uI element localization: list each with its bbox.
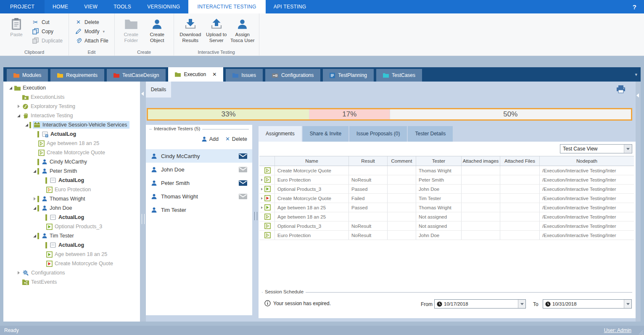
from-date-picker[interactable]: 10/17/2018 (434, 299, 526, 309)
collapse-left-icon[interactable] (141, 92, 144, 96)
close-icon[interactable]: ✕ (212, 71, 216, 77)
column-header-tester[interactable]: Tester (416, 156, 462, 166)
tab-tester-details[interactable]: Tester Details (408, 126, 453, 142)
tab-issues[interactable]: Issues (226, 69, 263, 82)
tree-item-create-motorcycle-quote[interactable]: Create Motorcycle Quote (3, 148, 140, 157)
table-row[interactable]: Euro ProtectionNoResultPeter Smith/Execu… (259, 175, 634, 185)
tree-item-actuallog[interactable]: ActualLog (3, 129, 140, 139)
modify-button[interactable]: Modify▾ (72, 27, 111, 35)
tab-assignments[interactable]: Assignments (259, 126, 302, 142)
tree-item-create-motorcycle-quote[interactable]: Create Motorcycle Quote (3, 259, 140, 268)
menu-tab-api-testing[interactable]: API TESTING (266, 0, 314, 13)
print-button[interactable] (616, 85, 626, 95)
resize-grip[interactable] (638, 330, 643, 335)
tree-item-tim-tester[interactable]: Tim Tester (3, 231, 140, 240)
table-row[interactable]: Create Motorcycle QuoteThomas Wright/Exe… (259, 166, 634, 175)
table-row[interactable]: Optional Products_3PassedJohn Doe/Execut… (259, 185, 634, 194)
tester-item-thomas-wright[interactable]: Thomas Wright (146, 190, 252, 203)
menu-tab-home[interactable]: HOME (45, 0, 76, 13)
upload-to-server-button[interactable]: Upload to Server (203, 16, 230, 49)
menu-tab-interactive-testing[interactable]: INTERACTIVE TESTING (188, 0, 266, 13)
download-results-button[interactable]: Download Results (177, 16, 203, 49)
view-selector-dropdown[interactable]: Test Case View (560, 144, 632, 153)
tree-item-euro-protection[interactable]: Euro Protection (3, 185, 140, 194)
tree-item-execution[interactable]: Execution (3, 83, 140, 92)
table-row[interactable]: Create Motorcycle QuoteFailedTim Tester/… (259, 194, 634, 203)
tree-item-age-between-18-an-25[interactable]: Age between 18 an 25 (3, 139, 140, 148)
copy-button[interactable]: Copy (29, 27, 65, 35)
tree-item-peter-smith[interactable]: Peter Smith (3, 166, 140, 176)
tree-item-exploratory-testing[interactable]: Exploratory Testing (3, 102, 140, 111)
create-object-button[interactable]: Create Object (144, 16, 170, 49)
tab-configurations[interactable]: Configurations (265, 69, 320, 82)
tree-item-cindy-mccarthy[interactable]: Cindy McCarthy (3, 157, 140, 166)
assign-tosca-user-button[interactable]: Assign Tosca User (230, 16, 256, 49)
tab-testcasedesign[interactable]: TestCaseDesign (107, 69, 166, 82)
tree-item-age-between-18-an-25[interactable]: Age between 18 an 25 (3, 250, 140, 259)
row-expander-icon[interactable] (259, 188, 264, 190)
delete-tester-button[interactable]: ✕ Delete (225, 136, 247, 142)
right-collapse-strip[interactable] (636, 82, 641, 322)
panel-splitter-grip[interactable] (254, 212, 257, 220)
expander-closed-icon[interactable] (16, 271, 21, 274)
column-header-name[interactable]: Name (275, 156, 349, 166)
expander-open-icon[interactable] (32, 207, 37, 210)
expander-open-icon[interactable] (32, 170, 37, 173)
tree-item-actuallog[interactable]: ActualLog (3, 176, 140, 185)
expander-open-icon[interactable] (16, 114, 21, 117)
expander-closed-icon[interactable] (32, 197, 37, 200)
column-header-result[interactable]: Result (349, 156, 388, 166)
collapse-left-icon[interactable] (636, 93, 639, 98)
splitter-grip[interactable] (142, 214, 145, 224)
tab-requirements[interactable]: Requirements (50, 69, 104, 82)
expander-open-icon[interactable] (32, 235, 37, 237)
table-row[interactable]: Optional Products_3NoResultNot assigned/… (259, 222, 634, 231)
add-tester-button[interactable]: Add (201, 136, 219, 142)
menu-tab-tools[interactable]: TOOLS (106, 0, 139, 13)
tree-item-actuallog[interactable]: ActualLog (3, 240, 140, 250)
tree-splitter[interactable] (140, 82, 146, 322)
menu-tab-versioning[interactable]: VERSIONING (139, 0, 188, 13)
table-row[interactable]: Age between 18 an 25Not assigned/Executi… (259, 212, 634, 222)
tree-item-testevents[interactable]: TestEvents (3, 277, 140, 287)
column-header-attached-images[interactable]: Attached images (462, 156, 500, 166)
tree-item-actuallog[interactable]: ActualLog (3, 213, 140, 222)
tree-item-thomas-wright[interactable]: Thomas Wright (3, 194, 140, 203)
help-button[interactable]: ? (625, 0, 644, 13)
dropdown-arrow[interactable] (624, 145, 632, 153)
tester-item-peter-smith[interactable]: Peter Smith (146, 176, 252, 190)
tab-modules[interactable]: Modules (7, 69, 48, 82)
row-expander-icon[interactable] (259, 179, 264, 181)
tab-testcases[interactable]: TestCases (376, 69, 422, 82)
tab-details[interactable]: Details (146, 82, 171, 98)
attach-file-button[interactable]: Attach File (72, 37, 111, 45)
tree-item-interactive-testing[interactable]: Interactive Testing (3, 111, 140, 120)
row-expander-icon[interactable] (259, 206, 264, 209)
tab-share-invite[interactable]: Share & Invite (303, 126, 348, 142)
from-dropdown-arrow[interactable] (518, 300, 525, 308)
tester-item-cindy-mccarthy[interactable]: Cindy McCarthy (146, 149, 252, 163)
table-row[interactable]: Euro ProtectionNoResultJohn Doe/Executio… (259, 231, 634, 240)
to-dropdown-arrow[interactable] (624, 300, 631, 308)
column-header-nodepath[interactable]: Nodepath (540, 156, 634, 166)
tree-item-optional-products-3[interactable]: Optional Products_3 (3, 222, 140, 231)
tree-item-configurations[interactable]: Configurations (3, 268, 140, 277)
tree-item-john-doe[interactable]: John Doe (3, 203, 140, 213)
delete-button[interactable]: ✕Delete (72, 18, 111, 26)
menu-tab-project[interactable]: PROJECT (0, 0, 45, 13)
tab-execution[interactable]: Execution✕ (168, 67, 223, 82)
expander-open-icon[interactable] (24, 124, 29, 127)
tab-issue-proposals-0[interactable]: Issue Proposals (0) (349, 126, 407, 142)
column-header-comment[interactable]: Comment (388, 156, 416, 166)
to-date-picker[interactable]: 10/31/2018 (543, 299, 632, 309)
tab-testplanning[interactable]: TestPlanning (323, 69, 374, 82)
column-header-attached-files[interactable]: Attached Files (500, 156, 540, 166)
tester-item-tim-tester[interactable]: Tim Tester (146, 203, 252, 216)
cut-button[interactable]: ✂Cut (29, 18, 65, 26)
menu-tab-view[interactable]: VIEW (76, 0, 106, 13)
table-row[interactable]: Age between 18 an 25PassedThomas Wright/… (259, 203, 634, 212)
tree-item-interactive-session-vehicle-services[interactable]: Interactive Session-Vehicle Services (3, 120, 140, 129)
expander-closed-icon[interactable] (16, 105, 21, 108)
user-admin-link[interactable]: User: Admin (604, 327, 631, 333)
expander-open-icon[interactable] (8, 87, 13, 90)
